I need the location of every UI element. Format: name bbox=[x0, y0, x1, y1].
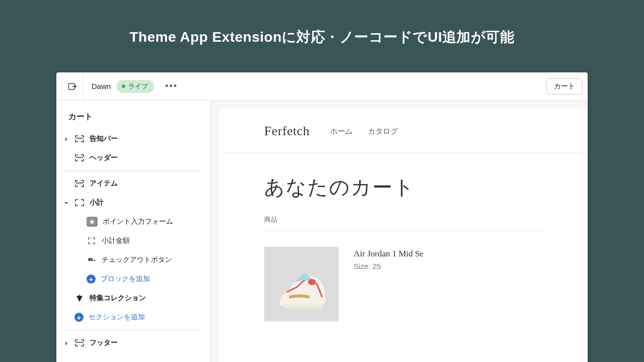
section-icon bbox=[74, 153, 85, 163]
block-point-form[interactable]: ポイント入力フォーム bbox=[56, 212, 210, 231]
section-icon bbox=[74, 134, 85, 144]
section-icon bbox=[74, 178, 85, 189]
live-dot-icon bbox=[122, 84, 125, 88]
add-circle-icon bbox=[74, 313, 84, 322]
chevron-right-icon bbox=[63, 340, 69, 346]
section-icon bbox=[74, 338, 85, 348]
add-circle-icon bbox=[87, 275, 96, 284]
editor-app-frame: Dawn ライブ ••• カート カート 告知バー ヘッダー bbox=[56, 72, 588, 362]
exit-icon bbox=[67, 81, 77, 92]
top-bar: Dawn ライブ ••• カート bbox=[56, 72, 588, 101]
section-label: フッター bbox=[90, 338, 203, 347]
chevron-right-icon bbox=[63, 136, 69, 142]
nav-catalog[interactable]: カタログ bbox=[368, 127, 398, 136]
exit-editor-button[interactable] bbox=[61, 72, 84, 101]
section-header[interactable]: ヘッダー bbox=[56, 148, 210, 167]
theme-name: Dawn bbox=[92, 82, 111, 90]
store-header: Ferfetch ホーム カタログ bbox=[219, 109, 588, 152]
section-featured-collection[interactable]: 特集コレクション bbox=[56, 289, 210, 308]
section-subtotal[interactable]: 小計 bbox=[56, 193, 210, 212]
store-logo[interactable]: Ferfetch bbox=[264, 124, 310, 139]
add-block-label: ブロックを追加 bbox=[101, 275, 203, 284]
add-block-button[interactable]: ブロックを追加 bbox=[56, 269, 210, 289]
sidebar-heading: カート bbox=[56, 108, 210, 129]
svg-rect-1 bbox=[88, 258, 93, 261]
cart-column-header: 商品 bbox=[264, 201, 542, 231]
block-subtotal-amount[interactable]: 小計金額 bbox=[56, 231, 210, 250]
nav-home[interactable]: ホーム bbox=[330, 127, 353, 136]
preview-area: Ferfetch ホーム カタログ あなたのカート 商品 bbox=[211, 101, 588, 362]
cart-page-title: あなたのカート bbox=[264, 173, 542, 201]
section-label: ヘッダー bbox=[90, 153, 203, 162]
fullscreen-icon bbox=[87, 236, 97, 246]
collection-icon bbox=[74, 293, 85, 303]
template-switcher-button[interactable]: カート bbox=[546, 78, 583, 95]
cart-line-item: Air Jordan 1 Mid Se Size: 25 bbox=[264, 231, 542, 321]
add-section-label: セクションを追加 bbox=[89, 313, 203, 322]
section-label: 特集コレクション bbox=[90, 294, 203, 303]
page-banner-title: Theme App Extensionに対応・ノーコードでUI追加が可能 bbox=[0, 0, 644, 67]
add-section-button[interactable]: セクションを追加 bbox=[56, 308, 210, 327]
section-footer[interactable]: フッター bbox=[56, 333, 210, 352]
section-label: 小計 bbox=[90, 198, 203, 207]
svg-point-3 bbox=[308, 279, 316, 285]
block-label: チェックアウトボタン bbox=[102, 255, 203, 264]
section-icon bbox=[74, 198, 85, 208]
product-image[interactable] bbox=[264, 247, 339, 321]
app-block-icon bbox=[87, 217, 98, 227]
preview-frame: Ferfetch ホーム カタログ あなたのカート 商品 bbox=[219, 109, 588, 362]
chevron-down-icon bbox=[63, 200, 69, 206]
block-checkout-button[interactable]: チェックアウトボタン bbox=[56, 250, 210, 269]
block-label: ポイント入力フォーム bbox=[103, 217, 203, 226]
section-label: 告知バー bbox=[90, 134, 203, 143]
sidebar: カート 告知バー ヘッダー アイテム bbox=[56, 101, 211, 362]
block-label: 小計金額 bbox=[102, 236, 203, 245]
sneaker-icon bbox=[264, 247, 339, 321]
live-badge: ライブ bbox=[117, 80, 154, 93]
section-announcement-bar[interactable]: 告知バー bbox=[56, 129, 210, 148]
live-badge-label: ライブ bbox=[128, 82, 148, 91]
product-name: Air Jordan 1 Mid Se bbox=[354, 249, 424, 259]
product-variant: Size: 25 bbox=[354, 259, 424, 270]
section-items[interactable]: アイテム bbox=[56, 174, 210, 193]
button-icon bbox=[87, 255, 97, 265]
more-menu-button[interactable]: ••• bbox=[160, 78, 183, 95]
section-label: アイテム bbox=[90, 179, 203, 188]
